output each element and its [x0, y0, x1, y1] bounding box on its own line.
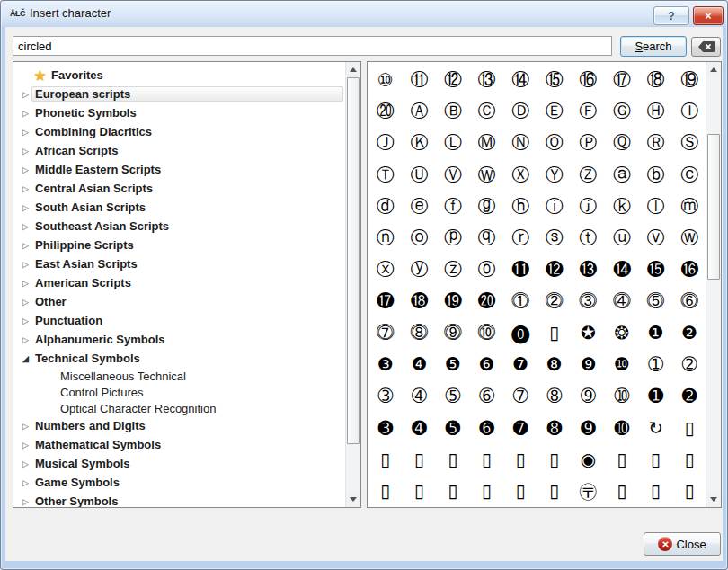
char-cell[interactable]: ⓺ [672, 285, 706, 316]
char-cell[interactable]: Ⓥ [436, 159, 470, 191]
char-cell[interactable]: Ⓩ [572, 159, 606, 191]
grid-scroll-up-arrow-icon[interactable] [706, 62, 721, 77]
char-cell[interactable]: Ⓕ [572, 95, 606, 127]
char-cell[interactable]: ▯ [537, 317, 572, 349]
char-cell[interactable]: ◉ [572, 443, 606, 475]
tree-item-middle-eastern-scripts[interactable]: ▷Middle Eastern Scripts [13, 160, 345, 179]
char-cell[interactable]: 〶 [572, 475, 606, 506]
char-cell[interactable]: ⓷ [572, 285, 606, 316]
char-cell[interactable]: ▯ [537, 475, 572, 506]
char-cell[interactable]: ➇ [537, 380, 572, 412]
tree-item-technical-symbols[interactable]: ◢Technical Symbols [13, 349, 345, 368]
char-cell[interactable]: ❸ [368, 349, 403, 380]
collapsed-arrow-icon[interactable]: ▷ [20, 128, 31, 137]
tree-item-american-scripts[interactable]: ▷American Scripts [13, 273, 345, 292]
char-cell[interactable]: ⓓ [368, 191, 403, 222]
collapsed-arrow-icon[interactable]: ▷ [20, 109, 31, 118]
char-cell[interactable]: ❹ [403, 349, 437, 380]
collapsed-arrow-icon[interactable]: ▷ [20, 165, 31, 174]
tree-item-combining-diacritics[interactable]: ▷Combining Diacritics [13, 122, 345, 141]
char-cell[interactable]: ➄ [436, 380, 470, 412]
char-cell[interactable]: ➎ [436, 412, 470, 443]
char-cell[interactable]: ▯ [672, 443, 706, 475]
char-cell[interactable]: ➆ [503, 380, 537, 412]
clear-search-button[interactable] [691, 37, 721, 57]
char-cell[interactable]: ➀ [639, 349, 673, 380]
char-cell[interactable]: ➐ [503, 412, 537, 443]
char-cell[interactable]: ⓛ [639, 191, 673, 222]
collapsed-arrow-icon[interactable]: ▷ [20, 147, 31, 156]
char-cell[interactable]: Ⓐ [403, 95, 437, 127]
collapsed-arrow-icon[interactable]: ▷ [20, 241, 31, 250]
char-cell[interactable]: Ⓢ [672, 127, 706, 158]
collapsed-arrow-icon[interactable]: ▷ [20, 497, 31, 506]
char-cell[interactable]: ⓜ [672, 191, 706, 222]
char-cell[interactable]: Ⓚ [403, 127, 437, 158]
char-cell[interactable]: ⓠ [470, 222, 504, 254]
char-cell[interactable]: ▯ [403, 475, 437, 506]
char-cell[interactable]: ➊ [639, 380, 673, 412]
char-cell[interactable]: ⓭ [572, 254, 606, 285]
char-cell[interactable]: Ⓗ [639, 95, 673, 127]
grid-scrollbar-thumb[interactable] [707, 134, 720, 280]
char-cell[interactable]: ⓖ [470, 191, 504, 222]
char-cell[interactable]: ▯ [672, 475, 706, 506]
char-cell[interactable]: Ⓖ [605, 95, 639, 127]
char-cell[interactable]: ⑯ [572, 64, 606, 95]
char-cell[interactable]: ⓯ [639, 254, 673, 285]
collapsed-arrow-icon[interactable]: ▷ [20, 203, 31, 212]
char-cell[interactable]: ➉ [605, 380, 639, 412]
char-cell[interactable]: Ⓦ [470, 159, 504, 191]
expanded-arrow-icon[interactable]: ◢ [20, 354, 31, 363]
char-cell[interactable]: Ⓑ [436, 95, 470, 127]
char-cell[interactable]: ▯ [605, 475, 639, 506]
char-cell[interactable]: ➃ [403, 380, 437, 412]
char-cell[interactable]: ➍ [403, 412, 437, 443]
char-cell[interactable]: ▯ [368, 475, 403, 506]
char-cell[interactable]: ⑭ [503, 64, 537, 95]
char-cell[interactable]: Ⓤ [403, 159, 437, 191]
char-cell[interactable]: ➌ [368, 412, 403, 443]
window-close-button[interactable]: × [693, 6, 724, 25]
char-cell[interactable]: ➈ [572, 380, 606, 412]
collapsed-arrow-icon[interactable]: ▷ [20, 222, 31, 231]
char-cell[interactable]: ⓾ [470, 317, 504, 349]
char-cell[interactable]: ➑ [537, 412, 572, 443]
char-cell[interactable]: ⓧ [368, 254, 403, 285]
char-cell[interactable]: ⓮ [605, 254, 639, 285]
char-cell[interactable]: Ⓘ [672, 95, 706, 127]
char-cell[interactable]: ⓱ [368, 285, 403, 316]
char-cell[interactable]: ⑩ [368, 64, 403, 95]
char-cell[interactable]: Ⓠ [605, 127, 639, 158]
tree-item-philippine-scripts[interactable]: ▷Philippine Scripts [13, 236, 345, 254]
char-cell[interactable]: Ⓝ [503, 127, 537, 158]
char-cell[interactable]: ⓟ [436, 222, 470, 254]
char-cell[interactable]: Ⓟ [572, 127, 606, 158]
char-cell[interactable]: ➋ [672, 380, 706, 412]
char-cell[interactable]: ⓣ [572, 222, 606, 254]
tree-item-other[interactable]: ▷Other [13, 292, 345, 311]
char-cell[interactable]: Ⓜ [470, 127, 504, 158]
search-input[interactable] [13, 36, 612, 56]
char-cell[interactable]: ❻ [470, 349, 504, 380]
tree-item-optical-character-recognition[interactable]: Optical Character Recognition [13, 400, 345, 416]
char-cell[interactable]: ⓡ [503, 222, 537, 254]
tree-scroll-up-arrow-icon[interactable] [346, 62, 360, 77]
char-cell[interactable]: ⓩ [436, 254, 470, 285]
char-cell[interactable]: ⓿ [503, 317, 537, 349]
char-cell[interactable]: ⓴ [470, 285, 504, 316]
char-cell[interactable]: ❶ [639, 317, 673, 349]
char-cell[interactable]: ⓽ [436, 317, 470, 349]
grid-scrollbar[interactable] [706, 62, 721, 507]
char-cell[interactable]: ❼ [503, 349, 537, 380]
char-cell[interactable]: Ⓒ [470, 95, 504, 127]
tree-item-favorites[interactable]: ★Favorites [13, 66, 345, 85]
char-cell[interactable]: ⓸ [605, 285, 639, 316]
char-cell[interactable]: ⑪ [403, 64, 437, 95]
char-cell[interactable]: ⑮ [537, 64, 572, 95]
char-cell[interactable]: ❷ [672, 317, 706, 349]
char-cell[interactable]: ⑱ [639, 64, 673, 95]
collapsed-arrow-icon[interactable]: ▷ [20, 478, 31, 487]
char-cell[interactable]: Ⓙ [368, 127, 403, 158]
char-cell[interactable]: ⓹ [639, 285, 673, 316]
